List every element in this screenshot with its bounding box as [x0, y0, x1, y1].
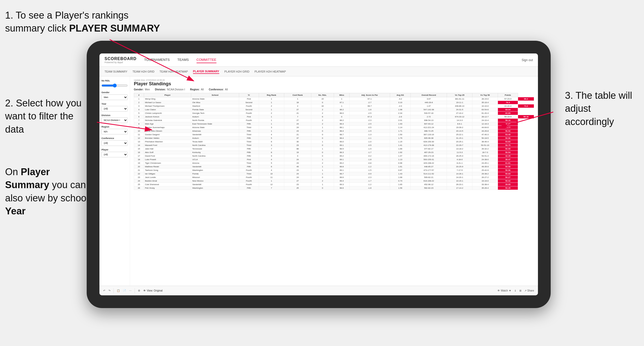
filter-region: Region: All	[190, 88, 204, 91]
division-select[interactable]: NCAA Division I	[101, 117, 128, 123]
table-row[interactable]: 7Nicholas GabrelcikNorth FloridaFourth12…	[134, 119, 534, 122]
subnav-player-h2h-grid[interactable]: PLAYER H2H GRID	[224, 70, 249, 74]
sidebar-year-section: Year (All)	[101, 103, 128, 112]
subnav-player-summary[interactable]: PLAYER SUMMARY	[193, 69, 219, 74]
ann2-text1: Select how you want to filter the data	[5, 98, 82, 135]
table-row[interactable]: 26Petr HrubyWashingtonFifth725068.6-1.81…	[134, 186, 534, 190]
table-row[interactable]: 4Luke ClatonFlorida StateSecond127268.2-…	[134, 108, 534, 112]
toolbar-sep1	[113, 288, 114, 293]
col-reg-rank: Reg Rank	[259, 93, 284, 97]
table-row[interactable]: 21Taehoon SongWashingtonFourth423169.1-1…	[134, 169, 534, 172]
table-row[interactable]: 20Matthew RiedelVanderbiltFifth645168.8-…	[134, 165, 534, 169]
col-school: School	[191, 93, 239, 97]
table-row[interactable]: 9Preston SummerhaysArizona StateThird324…	[134, 126, 534, 129]
table-row[interactable]: 17David FordNorth CarolinaFifth90069.2-0…	[134, 154, 534, 158]
col-points: Points	[498, 93, 518, 97]
col-avg-sg: Avg SG	[390, 93, 410, 97]
table-row[interactable]: 19Tiger ChristensenArizonaThird523269.2-…	[134, 161, 534, 165]
gender-select[interactable]: Men	[101, 94, 128, 100]
table-row[interactable]: 22Ian GilliganFloridaThird1024168.7-0.91…	[134, 172, 534, 176]
gender-label: Gender	[101, 91, 128, 94]
region-select[interactable]: N/A	[101, 129, 128, 134]
col-rank: #	[134, 93, 144, 97]
paste-btn[interactable]: 📄	[123, 289, 126, 292]
table-row[interactable]: 2Michael Le SassoOle MissSecond118067.1-…	[134, 101, 534, 104]
undo-btn[interactable]: ↶	[103, 289, 105, 292]
subnav-team-summary[interactable]: TEAM SUMMARY	[105, 70, 127, 74]
export-btn[interactable]: ⇓	[514, 289, 516, 292]
table-row[interactable]: 8Mats EgeEast Tennessee StateFifth124268…	[134, 122, 534, 126]
division-label: Division	[101, 114, 128, 117]
nav-teams[interactable]: TEAMS	[177, 57, 189, 63]
col-yr: Yr	[239, 93, 259, 97]
table-row[interactable]: 10Jacob Shiv-OlesenArkansasFifth123068.4…	[134, 129, 534, 133]
col-wins: Wins	[334, 93, 350, 97]
sidebar-division-section: Division NCAA Division I	[101, 114, 128, 123]
col-vs-top25: Vs Top 25	[447, 93, 472, 97]
table-row[interactable]: 14Maxwell FordNorth CarolinaThird323069.…	[134, 144, 534, 147]
annotation-3: 3. The table will adjust accordingly	[565, 89, 636, 128]
annotation-1: 1. To see a Player's rankings summary cl…	[5, 9, 199, 35]
ann4-text1: On	[5, 167, 21, 177]
table-row[interactable]: 23Jack LundinMissouriFourth1124068.6-2.3…	[134, 176, 534, 179]
settings-btn[interactable]: ⚙	[138, 289, 140, 292]
nav-right: Sign out	[522, 58, 533, 62]
table-row[interactable]: 18Luke PowellUCLAFirst424169.1-1.81.1350…	[134, 158, 534, 161]
table-row[interactable]: 5Christo LamprechtGeorgia TechFourth2212…	[134, 112, 534, 115]
sub-nav: TEAM SUMMARY TEAM H2H GRID TEAM H2H HEAT…	[99, 67, 538, 76]
ann3-text1: 3. The table will adjust accordingly	[565, 90, 632, 127]
col-vs-top50: Vs Top 50	[472, 93, 498, 97]
subnav-team-h2h-grid[interactable]: TEAM H2H GRID	[133, 70, 154, 74]
table-row[interactable]: 3Michael ThorbjornsenStanfordFourth22161…	[134, 104, 534, 108]
table-row[interactable]: 25Cole SherwoodVanderbiltFourth1223169.3…	[134, 183, 534, 186]
tablet-screen: SCOREBOARD Powered by dippd TOURNAMENTS …	[99, 53, 538, 295]
sidebar-player-section: Player (All)	[101, 148, 128, 157]
col-overall-record: Overall Record	[410, 93, 447, 97]
ann4-bold2: Year	[5, 206, 25, 216]
player-label: Player	[101, 148, 128, 151]
ann1-number: 1.	[5, 10, 13, 21]
table-title: Player Standings	[134, 81, 534, 87]
table-row[interactable]: 6Jackson KoivunAuburnFirst176067.3-2.62.…	[134, 115, 534, 119]
year-select[interactable]: (All)	[101, 106, 128, 112]
table-row[interactable]: 1Wenyi DingArizona StateFirst1115167.1-3…	[134, 97, 534, 101]
player-select[interactable]: (All)	[101, 152, 128, 157]
col-conf-rank: Conf Rank	[284, 93, 311, 97]
more-btn[interactable]: ⋯	[129, 289, 132, 292]
table-row[interactable]: 13Phichakon MaichonTexas A&MThird630169.…	[134, 140, 534, 144]
logo-title: SCOREBOARD	[105, 57, 137, 61]
filter-division: Division: NCAA Division I	[155, 88, 185, 91]
table-row[interactable]: 15Jake HallTennesseeFifth788168.5-1.51.6…	[134, 147, 534, 151]
filters-row: Gender: Men Division: NCAA Division I Re…	[134, 88, 534, 91]
main-content: No Rds. Gender Men Year (All) Divisio	[99, 76, 538, 286]
logo-sub: Powered by dippd	[105, 61, 137, 64]
ann2-number: 2.	[5, 98, 13, 108]
table-row[interactable]: 24Bastien AmatNew MexicoFourth127269.4-1…	[134, 179, 534, 183]
sign-out-link[interactable]: Sign out	[522, 58, 533, 62]
subnav-team-h2h-heatmap[interactable]: TEAM H2H HEATMAP	[160, 70, 188, 74]
watch-btn[interactable]: 👁 Watch ▼	[497, 289, 511, 292]
copy-btn[interactable]: 📋	[117, 289, 120, 292]
filter-conference: Conference: All	[209, 88, 228, 91]
conference-select[interactable]: (All)	[101, 140, 128, 146]
top-nav: SCOREBOARD Powered by dippd TOURNAMENTS …	[99, 53, 538, 67]
share-btn[interactable]: ↗ Share	[524, 289, 534, 292]
player-standings-table: # Player School Yr Reg Rank Conf Rank No…	[134, 93, 534, 190]
sidebar-no-rds: No Rds.	[101, 79, 128, 89]
redo-btn[interactable]: ↷	[108, 289, 110, 292]
logo-area: SCOREBOARD Powered by dippd	[105, 57, 137, 64]
no-rds-label: No Rds.	[101, 79, 128, 82]
table-row[interactable]: 16Alex GoffKentuckyFifth819068.3-1.71.92…	[134, 151, 534, 154]
toolbar-sep2	[135, 288, 135, 293]
table-header: Update time: 27/03/2024 16:56:26 Player …	[134, 79, 534, 91]
bottom-toolbar: ↶ ↷ 📋 📄 ⋯ ⚙ 👁 View: Original 👁 Watch ▼ ⇓…	[99, 286, 538, 295]
nav-tournaments[interactable]: TOURNAMENTS	[144, 57, 170, 63]
no-rds-slider[interactable]	[101, 84, 128, 88]
col-player: Player	[144, 93, 191, 97]
table-row[interactable]: 11Gordon SargentVanderbiltThird421068.7-…	[134, 133, 534, 136]
table-row[interactable]: 12Brendan ValdesAuburnFifth537068.4-1.11…	[134, 136, 534, 140]
nav-committee[interactable]: COMMITTEE	[197, 57, 216, 63]
sidebar-region-section: Region N/A	[101, 126, 128, 134]
grid-btn[interactable]: ⊞	[519, 289, 521, 292]
subnav-player-h2h-heatmap[interactable]: PLAYER H2H HEATMAP	[254, 70, 286, 74]
